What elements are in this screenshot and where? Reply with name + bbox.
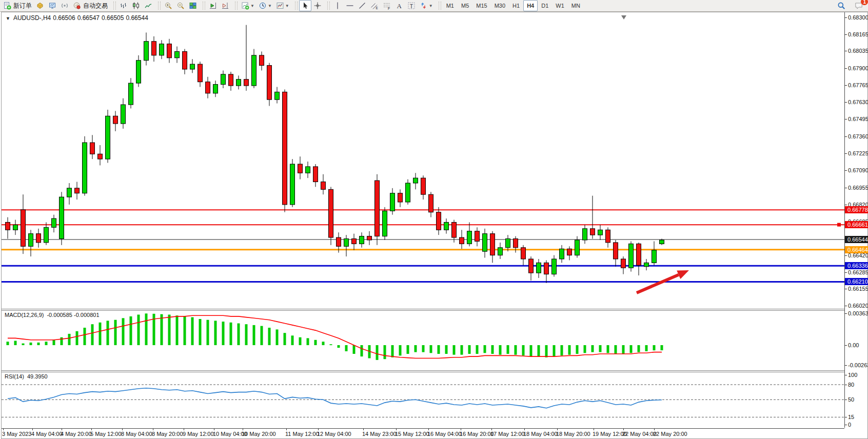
macd-histogram-bar xyxy=(299,337,302,345)
candlestick-chart-button[interactable] xyxy=(130,0,142,11)
crosshair-button[interactable] xyxy=(311,0,324,11)
one-click-collapse-icon[interactable]: ▼ xyxy=(6,16,10,21)
line-selection-handle[interactable] xyxy=(837,223,841,227)
horizontal-line-button[interactable] xyxy=(344,0,356,11)
macd-pane-separator[interactable] xyxy=(2,309,844,311)
macd-histogram-bar xyxy=(14,341,17,346)
equidistant-channel-button[interactable]: E xyxy=(368,0,381,11)
auto-scroll-button[interactable] xyxy=(207,0,219,11)
periods-button[interactable]: ▼ xyxy=(257,0,274,11)
price-tick-label: 0.67630 xyxy=(848,99,868,105)
macd-histogram-bar xyxy=(161,314,163,345)
chevron-down-icon[interactable]: ▼ xyxy=(285,4,289,8)
zoom-out-button[interactable] xyxy=(174,0,187,11)
candle-body xyxy=(529,259,534,273)
timeframe-h1-button[interactable]: H1 xyxy=(509,0,523,11)
chevron-down-icon[interactable]: ▼ xyxy=(429,4,433,8)
bar-chart-button[interactable] xyxy=(117,0,130,11)
notifications-button[interactable]: 1 xyxy=(853,0,865,11)
zoom-in-button[interactable] xyxy=(162,0,174,11)
chevron-down-icon[interactable]: ▼ xyxy=(268,4,272,8)
macd-histogram-bar xyxy=(353,345,356,354)
current-price-badge: 0.66544 xyxy=(845,236,868,243)
macd-tick-label: 0.00 xyxy=(848,342,859,348)
template-glyph xyxy=(276,2,284,10)
new-order-button[interactable]: 新订单 xyxy=(1,0,34,11)
text-label-button[interactable]: T xyxy=(405,0,418,11)
macd-histogram-bar xyxy=(176,315,179,345)
timeframe-m5-button[interactable]: M5 xyxy=(458,0,472,11)
trend-arrow-head[interactable] xyxy=(677,270,689,279)
fibonacci-button[interactable]: F xyxy=(381,0,393,11)
macd-histogram-bar xyxy=(415,345,417,352)
candle-body xyxy=(398,193,403,202)
macd-histogram-bar xyxy=(191,317,194,345)
candle-body xyxy=(452,222,457,237)
tile-windows-button[interactable] xyxy=(187,0,199,11)
candle-body xyxy=(490,234,495,255)
cursor-button[interactable] xyxy=(299,0,311,11)
time-tick-label: 5 May 12:00 xyxy=(90,431,122,437)
macd-histogram-bar xyxy=(484,345,486,353)
time-tick-label: 17 May 12:00 xyxy=(490,431,525,437)
signals-button[interactable] xyxy=(58,0,71,11)
timeframe-group: M1M5M15M30H1H4D1W1MN xyxy=(436,0,585,11)
toolbar: 新订单自动交易▼▼▼EFAT▼M1M5M15M30H1H4D1W1MN1 xyxy=(0,0,868,12)
cursor-glyph xyxy=(301,2,309,10)
timeframe-m1-button[interactable]: M1 xyxy=(443,0,458,11)
time-tick-label: 22 May 04:00 xyxy=(622,431,657,437)
text-button[interactable]: A xyxy=(393,0,405,11)
templates-button[interactable]: ▼ xyxy=(274,0,291,11)
ohlc-high: 0.66547 xyxy=(77,14,100,22)
candle-body xyxy=(421,178,426,194)
time-axis[interactable]: 3 May 20234 May 04:004 May 20:005 May 12… xyxy=(2,428,844,438)
chart-shift-button[interactable] xyxy=(219,0,231,11)
market-watch-button[interactable] xyxy=(34,0,46,11)
trend-arrow-shaft[interactable] xyxy=(637,275,679,293)
macd-histogram-bar xyxy=(330,344,332,345)
time-tick-label: 9 May 12:00 xyxy=(183,431,214,437)
indicators-button[interactable]: ▼ xyxy=(239,0,257,11)
rsi-pane-separator[interactable] xyxy=(2,370,844,372)
chevron-down-icon[interactable]: ▼ xyxy=(250,4,254,8)
axis-tick xyxy=(845,255,847,256)
price-axis[interactable]: 0.683000.681650.680350.679000.677650.676… xyxy=(844,12,867,428)
macd-histogram-bar xyxy=(153,314,155,345)
candle-body xyxy=(290,164,295,205)
data-window-button[interactable] xyxy=(46,0,58,11)
candle-body xyxy=(260,55,264,66)
timeframe-mn-button[interactable]: MN xyxy=(568,0,584,11)
time-tick-label: 10 May 20:00 xyxy=(242,431,276,437)
crosshair-glyph xyxy=(313,2,322,10)
macd-histogram-bar xyxy=(284,333,286,345)
price-tick-label: 0.67090 xyxy=(848,167,868,173)
timeframe-w1-button[interactable]: W1 xyxy=(552,0,568,11)
cursor-icon xyxy=(301,2,309,10)
macd-histogram-bar xyxy=(568,345,571,355)
time-tick-label: 11 May 12:00 xyxy=(285,431,319,437)
candle-body xyxy=(537,263,541,273)
chart-window[interactable]: ▼AUDUSD-,H40.665060.665470.665050.66544 … xyxy=(1,12,868,439)
autotrading-button[interactable]: 自动交易 xyxy=(71,0,110,11)
chart-shift-marker[interactable] xyxy=(621,15,626,19)
candle-body xyxy=(106,116,110,159)
level-price-badge: 0.66210 xyxy=(845,278,868,285)
macd-histogram-bar xyxy=(461,345,463,355)
macd-histogram-bar xyxy=(99,323,102,345)
arrows-button[interactable]: ▼ xyxy=(418,0,435,11)
timeframe-m30-button[interactable]: M30 xyxy=(491,0,509,11)
indicators-icon xyxy=(241,2,249,10)
line-chart-icon xyxy=(144,2,152,10)
candle-body xyxy=(437,212,441,230)
price-chart-canvas[interactable] xyxy=(2,12,867,438)
timeframe-d1-button[interactable]: D1 xyxy=(538,0,552,11)
timeframe-m15-button[interactable]: M15 xyxy=(472,0,490,11)
candle-body xyxy=(467,231,472,244)
line-chart-button[interactable] xyxy=(142,0,154,11)
search-button[interactable] xyxy=(835,0,847,11)
vertical-line-button[interactable] xyxy=(331,0,344,11)
axis-tick xyxy=(845,17,847,18)
timeframe-h4-button[interactable]: H4 xyxy=(523,0,538,11)
price-tick-label: 0.68035 xyxy=(848,48,868,54)
trendline-button[interactable] xyxy=(356,0,368,11)
